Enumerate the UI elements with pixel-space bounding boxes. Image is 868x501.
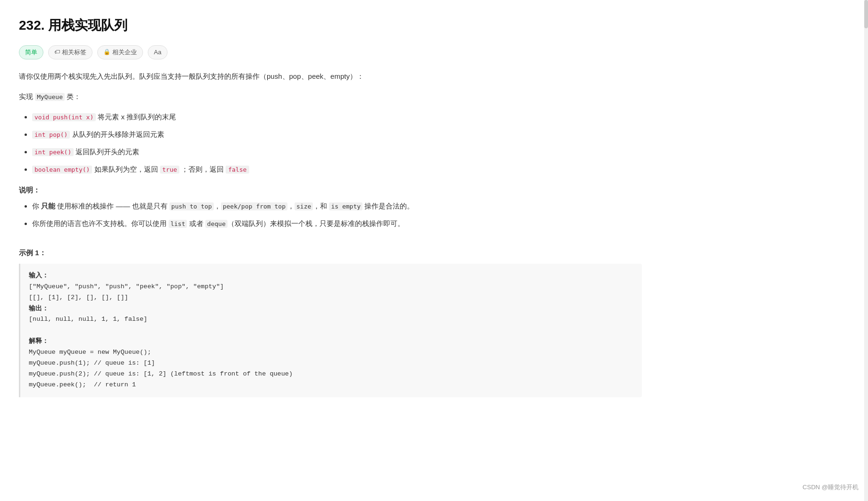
method-empty: boolean empty() 如果队列为空，返回 true ；否则，返回 fa… bbox=[32, 163, 642, 175]
is-empty-code: is empty bbox=[329, 202, 362, 210]
difficulty-label: 简单 bbox=[25, 47, 37, 58]
note-1: 你 只能 使用标准的栈操作 —— 也就是只有 push to top，peek/… bbox=[32, 200, 642, 212]
push-to-top-code: push to top bbox=[169, 202, 214, 210]
related-companies-label: 相关企业 bbox=[112, 47, 137, 58]
code-block: 输入： ["MyQueue", "push", "push", "peek", … bbox=[19, 264, 642, 397]
example-title: 示例 1： bbox=[19, 247, 642, 259]
lock-icon: 🔒 bbox=[103, 47, 110, 57]
note-section-title: 说明： bbox=[19, 184, 642, 196]
page-container: 232. 用栈实现队列 简单 🏷 相关标签 🔒 相关企业 Aa 请你仅使用两个栈… bbox=[0, 0, 661, 501]
tag-icon: 🏷 bbox=[54, 47, 60, 57]
method-push-code: void push(int x) bbox=[32, 113, 96, 121]
list-code: list bbox=[169, 220, 187, 228]
output-label: 输出： bbox=[29, 305, 49, 312]
page-title: 232. 用栈实现队列 bbox=[19, 14, 642, 37]
size-code: size bbox=[295, 202, 313, 210]
methods-list: void push(int x) 将元素 x 推到队列的末尾 int pop()… bbox=[19, 110, 642, 175]
description-line2: 实现 MyQueue 类： bbox=[19, 90, 642, 103]
input-label: 输入： bbox=[29, 272, 49, 279]
method-empty-code: boolean empty() bbox=[32, 166, 92, 174]
font-size-label: Aa bbox=[154, 47, 161, 58]
peek-pop-code: peek/pop from top bbox=[221, 202, 287, 210]
title-number: 232. bbox=[19, 18, 45, 33]
deque-code: deque bbox=[205, 220, 228, 228]
only-bold: 只能 bbox=[41, 202, 55, 210]
method-pop: int pop() 从队列的开头移除并返回元素 bbox=[32, 128, 642, 141]
description-line1: 请你仅使用两个栈实现先入先出队列。队列应当支持一般队列支持的所有操作（push、… bbox=[19, 70, 642, 83]
method-peek-desc: 返回队列开头的元素 bbox=[76, 148, 139, 156]
method-peek: int peek() 返回队列开头的元素 bbox=[32, 145, 642, 158]
note-2: 你所使用的语言也许不支持栈。你可以使用 list 或者 deque（双端队列）来… bbox=[32, 217, 642, 230]
related-tags-label: 相关标签 bbox=[62, 47, 86, 58]
related-companies-badge[interactable]: 🔒 相关企业 bbox=[97, 45, 143, 59]
difficulty-badge[interactable]: 简单 bbox=[19, 45, 43, 59]
csdn-watermark: CSDN @睡觉待开机 bbox=[802, 482, 859, 493]
method-push-desc: 将元素 x 推到队列的末尾 bbox=[98, 113, 176, 121]
method-empty-desc: 如果队列为空，返回 true ；否则，返回 false bbox=[94, 165, 249, 173]
notes-list: 你 只能 使用标准的栈操作 —— 也就是只有 push to top，peek/… bbox=[19, 200, 642, 230]
method-pop-code: int pop() bbox=[32, 131, 70, 139]
scrollbar-thumb[interactable] bbox=[864, 0, 868, 28]
scrollbar-track[interactable] bbox=[864, 0, 868, 501]
title-text: 用栈实现队列 bbox=[48, 18, 127, 33]
explain-label: 解释： bbox=[29, 337, 49, 344]
tags-row: 简单 🏷 相关标签 🔒 相关企业 Aa bbox=[19, 45, 642, 59]
method-push: void push(int x) 将元素 x 推到队列的末尾 bbox=[32, 110, 642, 123]
font-size-badge[interactable]: Aa bbox=[148, 45, 168, 59]
method-peek-code: int peek() bbox=[32, 148, 74, 156]
method-pop-desc: 从队列的开头移除并返回元素 bbox=[72, 130, 164, 138]
related-tags-badge[interactable]: 🏷 相关标签 bbox=[48, 45, 93, 59]
